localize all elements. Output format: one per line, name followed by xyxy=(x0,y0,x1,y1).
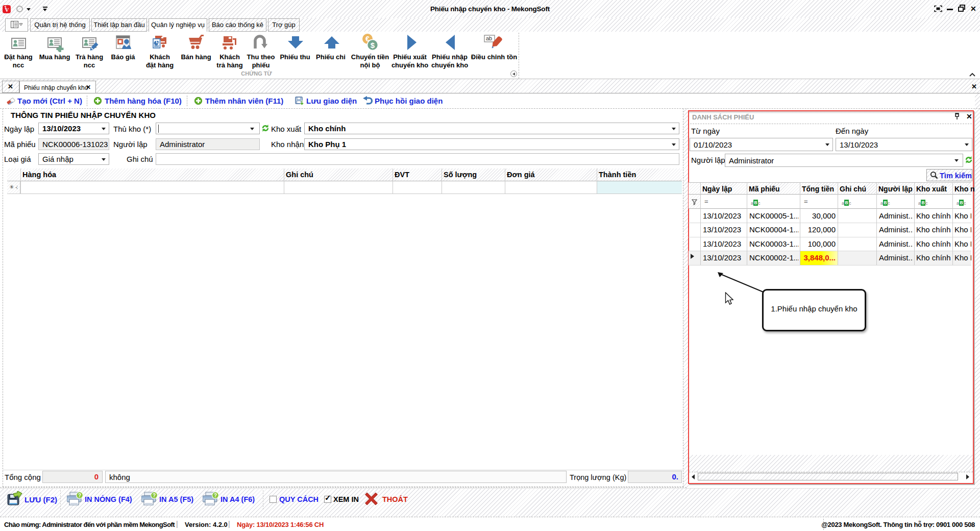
svg-text:?: ? xyxy=(214,493,217,498)
svg-text:?: ? xyxy=(78,493,81,498)
svg-text:ab: ab xyxy=(486,35,492,41)
svg-text:$: $ xyxy=(371,41,375,50)
svg-text:?: ? xyxy=(153,493,156,498)
